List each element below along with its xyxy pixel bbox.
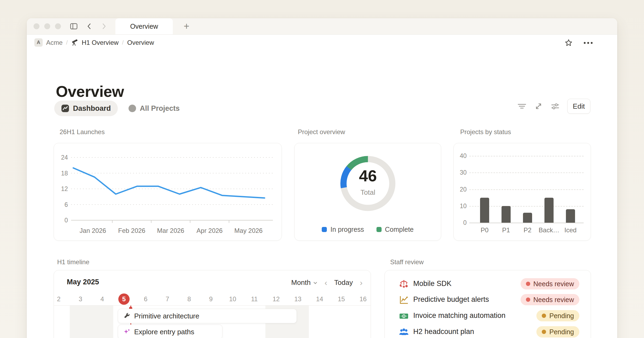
y-axis-label: 30	[456, 169, 467, 176]
list-item-label: Predictive budget alerts	[413, 295, 489, 304]
favorite-star-icon[interactable]	[565, 39, 573, 47]
new-tab-button[interactable]: +	[180, 20, 193, 32]
date-cell[interactable]: 11	[247, 293, 262, 305]
tab-all-projects[interactable]: All Projects	[126, 101, 182, 116]
all-projects-icon	[129, 105, 136, 112]
svg-text:18: 18	[61, 170, 68, 177]
y-axis-label: 20	[456, 186, 467, 193]
timeline-item[interactable]: Explore entry paths	[118, 325, 222, 338]
edit-button[interactable]: Edit	[567, 99, 590, 114]
list-item-label: Invoice matching automation	[413, 311, 506, 320]
breadcrumb-workspace[interactable]: Acme	[46, 39, 63, 46]
timeline-item-label: Primitive architecture	[134, 312, 199, 320]
timeline-month-title: May 2025	[67, 278, 99, 286]
status-badge[interactable]: Pending	[536, 326, 579, 337]
svg-text:6: 6	[64, 201, 68, 208]
x-axis-label: P1	[494, 226, 518, 234]
mobile-icon	[399, 279, 409, 289]
svg-text:Apr 2026: Apr 2026	[196, 227, 222, 234]
date-cell[interactable]: 15	[334, 293, 349, 305]
status-badge[interactable]: Needs review	[521, 294, 579, 305]
svg-text:0: 0	[64, 217, 68, 224]
list-item[interactable]: Predictive budget alerts Needs review	[385, 293, 591, 306]
date-cell[interactable]: 12	[269, 293, 284, 305]
list-item[interactable]: Mobile SDK Needs review	[385, 278, 591, 291]
x-axis-label: Back…	[537, 226, 561, 234]
timeline-date-row: 2345678910111213141516	[54, 293, 371, 305]
y-axis-label: 10	[456, 203, 467, 210]
status-badge[interactable]: Needs review	[521, 278, 579, 289]
status-badge[interactable]: Pending	[536, 310, 579, 321]
timeline-card: May 2025 Month ‹ Today › 234567891011121…	[54, 270, 371, 338]
dashboard-chart-icon	[61, 104, 69, 112]
gridline	[469, 156, 584, 156]
traffic-light-zoom-button[interactable]	[55, 23, 61, 29]
settings-sliders-icon[interactable]	[551, 102, 560, 111]
timeline-prev-icon[interactable]: ‹	[325, 279, 327, 287]
tab-title: Overview	[130, 23, 158, 30]
timeline-today-button[interactable]: Today	[334, 278, 353, 287]
legend-label: Complete	[385, 226, 414, 233]
line-chart-icon	[399, 295, 409, 305]
traffic-light-close-button[interactable]	[34, 23, 39, 29]
date-cell[interactable]: 10	[225, 293, 240, 305]
app-window: Overview + A Acme / H1 Overview / Overvi…	[27, 18, 617, 338]
y-axis-label: 0	[456, 219, 467, 226]
list-item[interactable]: H2 headcount plan Pending	[385, 326, 591, 338]
breadcrumb-bar: A Acme / H1 Overview / Overview	[27, 35, 617, 52]
breadcrumb-current-page[interactable]: Overview	[127, 39, 154, 46]
section-label-project-overview: Project overview	[298, 128, 345, 136]
date-cell-today[interactable]: 5	[116, 293, 131, 305]
legend-swatch	[322, 227, 327, 232]
filter-icon[interactable]	[517, 102, 526, 111]
bar-chart: 010203040P0P1P2Back…Iced	[454, 143, 591, 240]
timeline-body: Primitive architecture Explore entry pat…	[54, 306, 371, 338]
breadcrumb-separator: /	[66, 39, 68, 46]
date-cell[interactable]: 14	[312, 293, 327, 305]
list-item[interactable]: Invoice matching automation Pending	[385, 310, 591, 322]
date-cell[interactable]: 4	[95, 293, 110, 305]
date-cell[interactable]: 2	[54, 293, 66, 305]
date-cell[interactable]: 13	[290, 293, 305, 305]
traffic-light-minimize-button[interactable]	[44, 23, 50, 29]
donut-total-value: 46	[341, 167, 395, 185]
staff-review-card: Mobile SDK Needs review Predictive budge…	[385, 270, 591, 338]
date-cell[interactable]: 6	[138, 293, 153, 305]
workspace-badge[interactable]: A	[34, 38, 43, 47]
sidebar-toggle-icon[interactable]	[70, 22, 78, 30]
timeline-next-icon[interactable]: ›	[360, 279, 363, 287]
timeline-view-dropdown[interactable]: Month	[291, 278, 317, 287]
expand-icon[interactable]	[534, 102, 543, 111]
tab-overview[interactable]: Overview	[115, 18, 173, 34]
section-label-projects-by-status: Projects by status	[460, 128, 511, 136]
timeline-item[interactable]: Primitive architecture	[118, 309, 297, 323]
x-axis-label: P0	[473, 226, 497, 234]
weekend-band	[70, 306, 113, 338]
date-cell[interactable]: 16	[356, 293, 371, 305]
back-icon[interactable]	[85, 22, 93, 30]
more-options-icon[interactable]	[583, 39, 594, 47]
date-cell[interactable]: 9	[203, 293, 218, 305]
donut-total-label: Total	[341, 188, 395, 197]
list-item-label: Mobile SDK	[413, 280, 452, 288]
people-icon	[399, 327, 409, 337]
tab-dashboard[interactable]: Dashboard	[54, 101, 118, 116]
list-item-label: H2 headcount plan	[413, 328, 474, 336]
project-overview-donut-card: 46 Total In progress Complete	[294, 143, 441, 241]
tab-all-projects-label: All Projects	[140, 104, 180, 113]
date-cell[interactable]: 3	[73, 293, 88, 305]
legend-swatch	[376, 227, 382, 232]
gridline	[469, 223, 584, 223]
breadcrumb-parent-page[interactable]: H1 Overview	[82, 39, 118, 46]
svg-text:Mar 2026: Mar 2026	[157, 227, 184, 234]
section-label-launches: 26H1 Launches	[60, 128, 105, 136]
forward-icon[interactable]	[100, 22, 108, 30]
legend-label: In progress	[330, 226, 364, 233]
legend-item-in-progress: In progress	[322, 226, 364, 233]
date-cell[interactable]: 8	[182, 293, 197, 305]
sparkles-icon	[123, 328, 130, 335]
telescope-icon	[71, 39, 78, 46]
svg-text:Feb 2026: Feb 2026	[118, 227, 145, 234]
date-cell[interactable]: 7	[160, 293, 175, 305]
gridline	[469, 189, 584, 190]
